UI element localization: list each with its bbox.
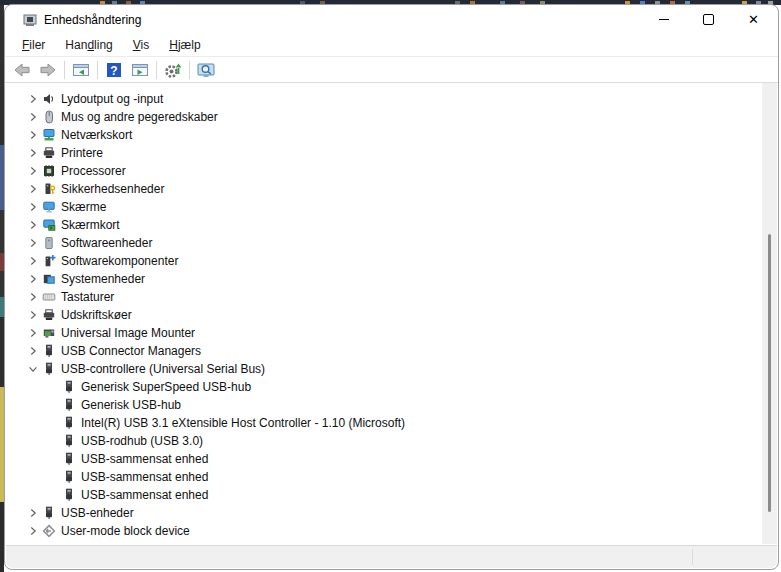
keyboard-icon [41,290,56,304]
chevron-right-icon[interactable] [25,110,41,124]
window-title: Enhedshåndtering [44,13,141,27]
tree-item[interactable]: Generisk USB-hub [5,396,762,414]
help-button[interactable]: ? [101,59,127,81]
tree-item-label: Systemenheder [61,272,145,286]
menu-item-handling[interactable]: Handling [57,36,120,54]
chevron-down-icon[interactable] [25,362,41,376]
menu-item-filer[interactable]: Filer [14,36,53,54]
forward-button[interactable] [35,59,61,81]
toolbar: ? [5,57,778,83]
chevron-spacer [45,434,61,448]
chevron-right-icon[interactable] [25,164,41,178]
menu-item-hjlp[interactable]: Hjælp [161,36,208,54]
chevron-right-icon[interactable] [25,272,41,286]
chevron-right-icon[interactable] [25,218,41,232]
action-pane-icon [130,60,150,80]
tree-item[interactable]: Universal Image Mounter [5,324,762,342]
tree-item-label: Printere [61,146,103,160]
tree-item[interactable]: Systemenheder [5,270,762,288]
vertical-scrollbar[interactable] [762,83,777,544]
tree-item[interactable]: USB-enheder [5,504,762,522]
tree-item[interactable]: USB-sammensat enhed [5,486,762,504]
tree-item[interactable]: USB-sammensat enhed [5,468,762,486]
window-controls: ✕ [641,5,776,34]
tree-item[interactable]: Sikkerhedsenheder [5,180,762,198]
menu-item-vis[interactable]: Vis [125,36,157,54]
device-manager-icon [22,12,38,28]
chevron-right-icon[interactable] [25,344,41,358]
device-tree: Lydoutput og -inputMus og andre pegereds… [5,83,762,544]
tree-item[interactable]: Skærmkort [5,216,762,234]
tree-item[interactable]: Printere [5,144,762,162]
chevron-right-icon[interactable] [25,236,41,250]
tree-item-label: Generisk USB-hub [81,398,181,412]
chevron-right-icon[interactable] [25,326,41,340]
tree-item-label: Processorer [61,164,126,178]
device-search-button[interactable] [193,59,219,81]
tree-item[interactable]: USB-sammensat enhed [5,450,762,468]
chevron-spacer [45,380,61,394]
back-button[interactable] [9,59,35,81]
tree-item[interactable]: USB-rodhub (USB 3.0) [5,432,762,450]
tree-item[interactable]: USB-controllere (Universal Serial Bus) [5,360,762,378]
chevron-right-icon[interactable] [25,308,41,322]
tree-item[interactable]: Softwareenheder [5,234,762,252]
tree-item-label: User-mode block device [61,524,190,538]
system-device-icon [41,272,56,286]
device-manager-window: Enhedshåndtering ✕ FilerHandlingVisHjælp… [4,4,779,570]
close-button[interactable]: ✕ [731,5,776,34]
tree-item[interactable]: Processorer [5,162,762,180]
usb-icon [61,380,76,394]
chevron-right-icon[interactable] [25,200,41,214]
chevron-right-icon[interactable] [25,146,41,160]
tree-item-label: Mus og andre pegeredskaber [61,110,218,124]
tree-item[interactable]: USB Connector Managers [5,342,762,360]
tree-item[interactable]: Lydoutput og -input [5,90,762,108]
statusbar-divider [692,549,693,565]
scan-hardware-changes-button[interactable] [160,59,186,81]
tree-item[interactable]: Tastaturer [5,288,762,306]
scan-hardware-icon [163,60,183,80]
scrollbar-thumb[interactable] [768,234,771,512]
forward-arrow-icon [38,60,58,80]
show-action-pane-button[interactable] [127,59,153,81]
tree-item[interactable]: Softwarekomponenter [5,252,762,270]
tree-item[interactable]: Netværkskort [5,126,762,144]
chevron-right-icon[interactable] [25,92,41,106]
tree-item[interactable]: User-mode block device [5,522,762,540]
chevron-spacer [45,470,61,484]
tree-item[interactable]: Intel(R) USB 3.1 eXtensible Host Control… [5,414,762,432]
tree-item-label: Sikkerhedsenheder [61,182,164,196]
chevron-spacer [45,488,61,502]
chevron-right-icon[interactable] [25,290,41,304]
titlebar[interactable]: Enhedshåndtering ✕ [5,5,778,34]
tree-item-label: Skærmkort [61,218,120,232]
tree-item-label: USB-sammensat enhed [81,470,208,484]
chevron-right-icon[interactable] [25,524,41,538]
chevron-spacer [45,398,61,412]
chevron-right-icon[interactable] [25,182,41,196]
minimize-button[interactable] [641,5,686,34]
tree-item[interactable]: Skærme [5,198,762,216]
usb-icon [61,488,76,502]
tree-item-label: Lydoutput og -input [61,92,163,106]
chevron-right-icon[interactable] [25,254,41,268]
back-arrow-icon [12,60,32,80]
monitor-icon [41,200,56,214]
svg-text:?: ? [110,63,117,77]
maximize-button[interactable] [686,5,731,34]
chevron-right-icon[interactable] [25,128,41,142]
tree-item[interactable]: Generisk SuperSpeed USB-hub [5,378,762,396]
network-adapter-icon [41,128,56,142]
show-console-tree-button[interactable] [68,59,94,81]
tree-item-label: USB-sammensat enhed [81,452,208,466]
speaker-icon [41,92,56,106]
content-area: Lydoutput og -inputMus og andre pegereds… [5,83,778,544]
toolbar-separator [64,61,65,79]
tree-item[interactable]: Mus og andre pegeredskaber [5,108,762,126]
menubar: FilerHandlingVisHjælp [5,34,778,57]
chevron-right-icon[interactable] [25,506,41,520]
tree-item[interactable]: Udskriftskøer [5,306,762,324]
display-adapter-icon [41,218,56,232]
console-tree-icon [71,60,91,80]
